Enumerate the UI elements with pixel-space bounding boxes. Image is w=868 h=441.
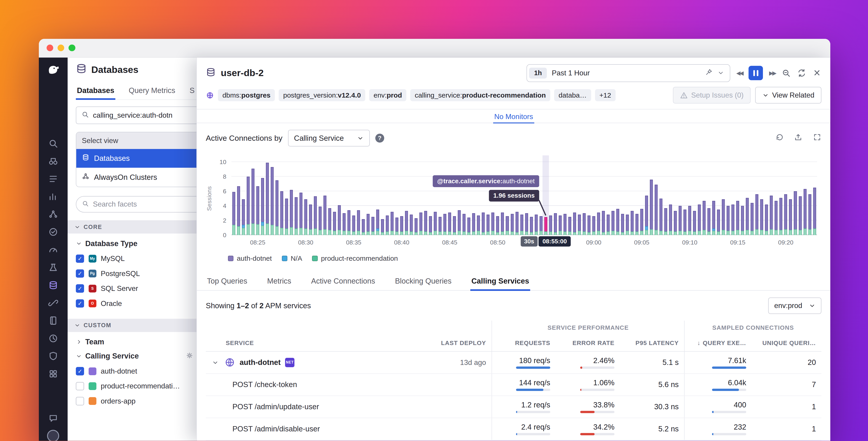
chart-bar[interactable] — [650, 180, 653, 235]
datadog-logo[interactable] — [43, 62, 62, 79]
rail-item-logs[interactable] — [43, 171, 62, 187]
chart-bar[interactable] — [424, 211, 427, 235]
chart-bar[interactable] — [448, 212, 451, 235]
chart-plot[interactable]: Sessions @trace.caller.service:auth-dotn… — [231, 162, 817, 235]
facet-settings-icon[interactable] — [186, 351, 193, 361]
chart-bar[interactable] — [300, 193, 303, 235]
chart-bar[interactable] — [491, 212, 494, 235]
chart-bar[interactable] — [808, 194, 811, 235]
chart-bar[interactable] — [794, 191, 797, 235]
tag-truncated[interactable]: databa… — [554, 89, 591, 101]
fullscreen-icon[interactable] — [813, 133, 822, 144]
chart-bar[interactable] — [765, 205, 768, 235]
endpoint-name[interactable]: POST /admin/disable-user — [224, 424, 426, 433]
chart-bar[interactable] — [482, 212, 485, 235]
chart-bar[interactable] — [376, 209, 379, 235]
chart-bar[interactable] — [280, 191, 283, 235]
chart-bar[interactable] — [347, 210, 350, 235]
chart-bar[interactable] — [516, 212, 519, 235]
database-search-field[interactable] — [93, 111, 197, 119]
chart-bar[interactable] — [659, 199, 662, 235]
tab-top-queries[interactable]: Top Queries — [206, 271, 248, 290]
help-chat-icon[interactable] — [43, 410, 62, 427]
auth-dotnet-checkbox[interactable]: ✓ — [76, 367, 84, 375]
service-name[interactable]: auth-dotnet — [240, 358, 281, 367]
chart-bar[interactable] — [410, 214, 413, 235]
chart-bar[interactable] — [664, 208, 667, 235]
facet-search-field[interactable] — [93, 200, 197, 208]
chart-bar[interactable] — [242, 199, 245, 235]
chart-bar[interactable] — [645, 196, 648, 235]
facet-product-recommendation[interactable]: product-recommendati… — [76, 379, 196, 393]
minimize-window-button[interactable] — [58, 45, 64, 51]
chart-bar[interactable] — [309, 205, 312, 235]
chart-bar[interactable] — [573, 212, 576, 235]
chart-bar[interactable] — [813, 187, 816, 235]
tab-query-metrics[interactable]: Query Metrics — [128, 83, 176, 99]
chart-bar[interactable] — [453, 216, 456, 235]
chart-bar[interactable] — [319, 207, 321, 235]
chart-bar[interactable] — [290, 190, 293, 235]
rail-item-ci[interactable] — [43, 224, 62, 240]
chart-bar[interactable] — [443, 214, 446, 235]
view-option-alwayson-clusters[interactable]: AlwaysOn Clusters — [76, 168, 196, 186]
time-range-selector[interactable]: 1h Past 1 Hour — [527, 64, 730, 82]
tag-more-count[interactable]: +12 — [595, 89, 616, 101]
chart-bar[interactable] — [266, 163, 269, 235]
view-option-databases[interactable]: Databases — [76, 149, 196, 168]
postgresql-checkbox[interactable]: ✓ — [76, 269, 84, 277]
chart-bar[interactable] — [386, 215, 389, 235]
chart-bar[interactable] — [420, 212, 422, 235]
rewind-button[interactable]: ◀◀ — [736, 70, 743, 76]
sql-server-checkbox[interactable]: ✓ — [76, 284, 84, 292]
chart-bar[interactable] — [477, 215, 480, 235]
endpoint-name[interactable]: POST /admin/update-user — [224, 402, 426, 411]
chart-bar[interactable] — [304, 199, 307, 235]
row-expand-chevron[interactable] — [206, 352, 224, 373]
table-row-endpoint[interactable]: POST /check-token 144 req/s 1.06% 5.6 ns… — [206, 374, 822, 396]
chart-bar[interactable] — [746, 198, 749, 235]
chart-bar[interactable] — [751, 203, 753, 235]
chart-bar[interactable] — [237, 186, 240, 235]
account-avatar[interactable] — [43, 428, 62, 441]
chart-bar[interactable] — [669, 205, 672, 235]
chart-bar[interactable] — [568, 217, 571, 235]
chart-bar[interactable] — [779, 198, 782, 235]
rail-item-network[interactable] — [43, 295, 62, 311]
facet-search-input[interactable] — [76, 196, 196, 213]
chart-bar[interactable] — [784, 194, 787, 235]
chart-bar[interactable] — [333, 212, 336, 235]
chart-bar[interactable] — [352, 215, 355, 235]
chart-bar[interactable] — [525, 213, 528, 235]
chart-bar[interactable] — [698, 205, 701, 235]
rail-item-metrics[interactable] — [43, 188, 62, 205]
chart-bar[interactable] — [276, 180, 278, 235]
section-custom[interactable]: CUSTOM — [68, 319, 197, 332]
chart-bar[interactable] — [391, 212, 394, 235]
chart-bar[interactable] — [511, 214, 514, 235]
chart-bar[interactable] — [770, 196, 773, 235]
chart-bar[interactable] — [472, 213, 475, 235]
facet-postgresql[interactable]: ✓ Pg PostgreSQL — [76, 266, 196, 281]
chart-bar[interactable] — [434, 212, 437, 235]
facet-mysql[interactable]: ✓ My MySQL — [76, 251, 196, 266]
chart-bar[interactable] — [544, 217, 547, 235]
chart-bar[interactable] — [712, 201, 715, 235]
oracle-checkbox[interactable]: ✓ — [76, 299, 84, 307]
chart-bar[interactable] — [804, 189, 807, 235]
chart-bar[interactable] — [343, 213, 346, 235]
chart-bar[interactable] — [655, 185, 658, 235]
tab-databases[interactable]: Databases — [76, 83, 115, 100]
tab-calling-services[interactable]: Calling Services — [470, 271, 530, 291]
chart-bar[interactable] — [755, 194, 758, 235]
rail-item-synthetics[interactable] — [43, 259, 62, 276]
chart-bar[interactable] — [799, 196, 802, 235]
section-core[interactable]: CORE — [68, 220, 197, 234]
database-search-input[interactable] — [76, 107, 196, 124]
table-row-endpoint[interactable]: POST /admin/disable-user 2.4 req/s 34.2%… — [206, 418, 822, 440]
chart-bar[interactable] — [626, 214, 629, 235]
rail-item-dashboards[interactable] — [43, 241, 62, 258]
chart-bar[interactable] — [549, 215, 552, 235]
chart-bar[interactable] — [256, 186, 259, 235]
forward-button[interactable]: ▶▶ — [769, 70, 775, 76]
